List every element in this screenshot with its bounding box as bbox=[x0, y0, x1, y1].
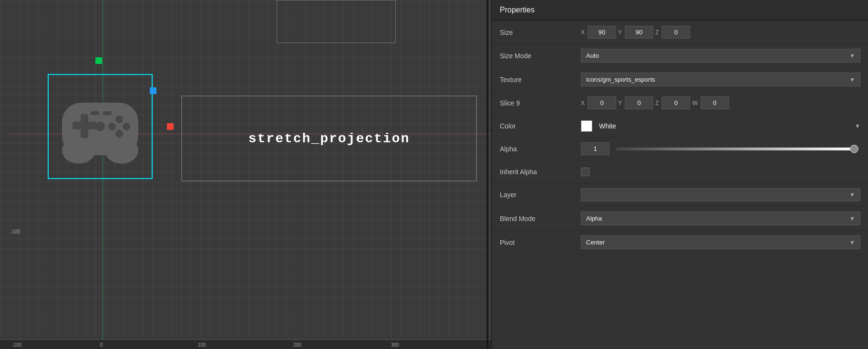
size-value: X Y Z bbox=[581, 26, 860, 39]
layer-dropdown[interactable]: ▼ bbox=[581, 188, 860, 201]
scale-handle-tr[interactable] bbox=[150, 87, 156, 94]
color-swatch[interactable] bbox=[581, 120, 592, 132]
alpha-thumb[interactable] bbox=[850, 145, 858, 153]
size-z-input[interactable] bbox=[661, 26, 690, 39]
svg-rect-11 bbox=[103, 111, 112, 115]
rotation-handle[interactable] bbox=[95, 57, 102, 64]
svg-rect-4 bbox=[81, 114, 88, 138]
texture-dropdown-text: icons/gm_sports_esports bbox=[586, 76, 655, 83]
ruler-x: -100 0 100 200 300 bbox=[0, 339, 491, 349]
svg-rect-10 bbox=[91, 111, 99, 115]
stretch-projection-box: stretch_projection bbox=[181, 95, 477, 181]
size-y-input[interactable] bbox=[625, 26, 653, 39]
ruler-tick-x5: 300 bbox=[391, 342, 399, 348]
slice9-w-input[interactable] bbox=[701, 96, 729, 109]
alpha-label: Alpha bbox=[500, 145, 581, 153]
slice9-w-label: W bbox=[692, 100, 697, 106]
prop-row-layer: Layer ▼ bbox=[492, 183, 868, 207]
blend-mode-dropdown-text: Alpha bbox=[586, 215, 602, 222]
texture-value: icons/gm_sports_esports ▼ bbox=[581, 73, 860, 86]
size-mode-label: Size Mode bbox=[500, 52, 581, 60]
prop-row-inherit-alpha: Inherit Alpha bbox=[492, 160, 868, 183]
svg-point-2 bbox=[105, 137, 138, 164]
size-z-label: Z bbox=[655, 29, 659, 36]
svg-point-6 bbox=[115, 116, 123, 123]
blend-mode-value: Alpha ▼ bbox=[581, 212, 860, 225]
ruler-tick-y1: -100 bbox=[10, 229, 20, 234]
alpha-input[interactable] bbox=[581, 142, 610, 155]
controller-object[interactable] bbox=[48, 74, 153, 179]
texture-label: Texture bbox=[500, 76, 581, 84]
layer-value: ▼ bbox=[581, 188, 860, 201]
size-x-input[interactable] bbox=[588, 26, 616, 39]
slice9-y-input[interactable] bbox=[625, 96, 653, 109]
prop-row-slice9: Slice 9 X Y Z W bbox=[492, 92, 868, 115]
prop-row-pivot: Pivot Center ▼ bbox=[492, 231, 868, 254]
svg-point-9 bbox=[108, 123, 116, 130]
texture-dropdown[interactable]: icons/gm_sports_esports ▼ bbox=[581, 73, 860, 86]
panel-divider[interactable] bbox=[486, 0, 488, 349]
pivot-dropdown-text: Center bbox=[586, 239, 605, 246]
pivot-dropdown-arrow: ▼ bbox=[849, 239, 855, 246]
size-mode-dropdown[interactable]: Auto ▼ bbox=[581, 49, 860, 63]
svg-point-7 bbox=[123, 123, 130, 130]
prop-row-texture: Texture icons/gm_sports_esports ▼ bbox=[492, 68, 868, 92]
color-dropdown-arrow: ▼ bbox=[855, 123, 860, 129]
color-label: Color bbox=[500, 122, 581, 130]
blend-mode-dropdown[interactable]: Alpha ▼ bbox=[581, 212, 860, 225]
slice9-xyzw-group: X Y Z W bbox=[581, 96, 729, 109]
size-label: Size bbox=[500, 29, 581, 36]
layer-label: Layer bbox=[500, 191, 581, 199]
alpha-slider[interactable] bbox=[616, 148, 857, 150]
svg-point-5 bbox=[95, 122, 105, 131]
pivot-value: Center ▼ bbox=[581, 235, 860, 249]
panel-title: Properties bbox=[492, 0, 868, 21]
right-handle[interactable] bbox=[167, 123, 174, 130]
inherit-alpha-value bbox=[581, 168, 860, 176]
size-mode-value: Auto ▼ bbox=[581, 49, 860, 63]
ruler-tick-x3: 100 bbox=[198, 342, 206, 348]
size-x-label: X bbox=[581, 29, 585, 36]
alpha-value bbox=[581, 142, 860, 155]
prop-row-size: Size X Y Z bbox=[492, 21, 868, 44]
pivot-dropdown[interactable]: Center ▼ bbox=[581, 235, 860, 249]
color-value: White ▼ bbox=[581, 120, 860, 132]
ruler-tick-x2: 0 bbox=[100, 342, 103, 348]
slice9-x-input[interactable] bbox=[588, 96, 616, 109]
slice9-z-label: Z bbox=[655, 100, 659, 106]
prop-row-blend-mode: Blend Mode Alpha ▼ bbox=[492, 207, 868, 231]
ruler-tick-x4: 200 bbox=[293, 342, 301, 348]
ruler-tick-x1: -100 bbox=[12, 342, 21, 348]
canvas-area[interactable]: stretch_projection -100 0 100 200 300 -1… bbox=[0, 0, 491, 349]
inherit-alpha-checkbox[interactable] bbox=[581, 168, 589, 176]
color-name: White bbox=[599, 122, 616, 130]
svg-point-8 bbox=[115, 130, 123, 137]
slice9-value: X Y Z W bbox=[581, 96, 860, 109]
slice9-y-label: Y bbox=[618, 100, 622, 106]
size-mode-dropdown-arrow: ▼ bbox=[849, 53, 855, 59]
size-xyz-group: X Y Z bbox=[581, 26, 690, 39]
top-rectangle bbox=[277, 0, 396, 43]
slice9-x-label: X bbox=[581, 100, 585, 106]
blend-mode-dropdown-arrow: ▼ bbox=[849, 215, 855, 222]
pivot-label: Pivot bbox=[500, 239, 581, 246]
prop-row-color: Color White ▼ bbox=[492, 115, 868, 137]
svg-point-1 bbox=[62, 137, 95, 164]
slice9-z-input[interactable] bbox=[661, 96, 690, 109]
inherit-alpha-label: Inherit Alpha bbox=[500, 168, 581, 176]
blend-mode-label: Blend Mode bbox=[500, 215, 581, 222]
properties-panel: Properties Size X Y Z Size Mode Auto ▼ T… bbox=[491, 0, 868, 349]
prop-row-alpha: Alpha bbox=[492, 137, 868, 160]
size-mode-dropdown-text: Auto bbox=[586, 52, 599, 59]
stretch-projection-label: stretch_projection bbox=[248, 131, 410, 146]
prop-row-size-mode: Size Mode Auto ▼ bbox=[492, 44, 868, 68]
layer-dropdown-arrow: ▼ bbox=[849, 191, 855, 198]
texture-dropdown-arrow: ▼ bbox=[849, 76, 855, 83]
controller-icon bbox=[52, 79, 148, 174]
size-y-label: Y bbox=[618, 29, 622, 36]
slice9-label: Slice 9 bbox=[500, 99, 581, 107]
